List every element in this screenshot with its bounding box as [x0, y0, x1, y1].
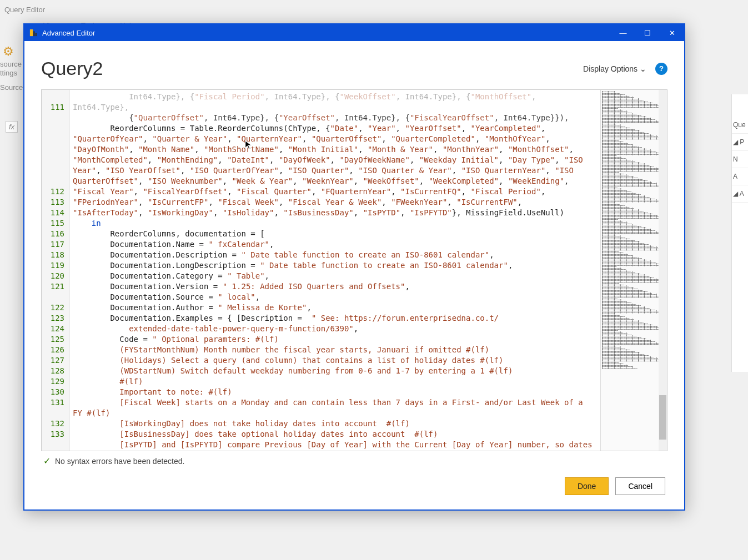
line-gutter: 111 112113114115116117118119120121 12212… [42, 90, 69, 451]
syntax-status-bar: ✓ No syntax errors have been detected. [41, 451, 667, 471]
query-name-heading: Query2 [41, 58, 103, 79]
minimap[interactable]: █▪▪▪▪▪▪▪▪█▪▪▪▪▪▪▪▪█▪ █▪▪▪▪▪▪▪▪█▪▪▪▪▪▪▪▪█… [600, 90, 667, 451]
titlebar: Advanced Editor — ☐ ✕ [24, 24, 684, 41]
svg-rect-2 [36, 33, 37, 36]
app-icon [29, 28, 38, 37]
bg-sources-label: Sources [0, 83, 27, 92]
right-item-all[interactable]: A [732, 168, 748, 185]
right-item-name: N [732, 151, 748, 168]
svg-rect-0 [30, 29, 33, 36]
minimize-button[interactable]: — [618, 29, 629, 37]
check-icon: ✓ [43, 456, 51, 466]
bg-window-title: Query Editor [4, 6, 45, 14]
done-button[interactable]: Done [565, 477, 609, 495]
bg-settings-label: ttings [0, 69, 17, 77]
vertical-scrollbar[interactable] [659, 90, 667, 451]
help-icon[interactable]: ? [655, 63, 667, 75]
status-text: No syntax errors have been detected. [55, 457, 184, 466]
right-side-panel: Que ◢ P N A ◢ A [731, 94, 748, 372]
gear-icon[interactable]: ⚙ [3, 44, 14, 59]
display-options-dropdown[interactable]: Display Options ⌄ [583, 64, 646, 73]
right-item-query[interactable]: Que [732, 117, 748, 134]
formula-fx-button[interactable]: fx [6, 121, 18, 133]
cancel-button[interactable]: Cancel [615, 477, 665, 495]
code-editor[interactable]: 111 112113114115116117118119120121 12212… [41, 89, 667, 451]
maximize-button[interactable]: ☐ [642, 29, 653, 37]
right-item-applied[interactable]: ◢ A [732, 185, 748, 203]
right-item-properties[interactable]: ◢ P [732, 134, 748, 151]
close-button[interactable]: ✕ [666, 29, 677, 37]
code-text-area[interactable]: Int64.Type}, {"Fiscal Period", Int64.Typ… [69, 90, 600, 451]
dialog-title: Advanced Editor [42, 29, 618, 37]
bg-source-label: source [0, 60, 22, 68]
advanced-editor-dialog: Advanced Editor — ☐ ✕ Query2 Display Opt… [23, 23, 685, 511]
svg-rect-1 [33, 31, 35, 36]
chevron-down-icon: ⌄ [640, 64, 646, 73]
scroll-thumb[interactable] [659, 395, 666, 440]
